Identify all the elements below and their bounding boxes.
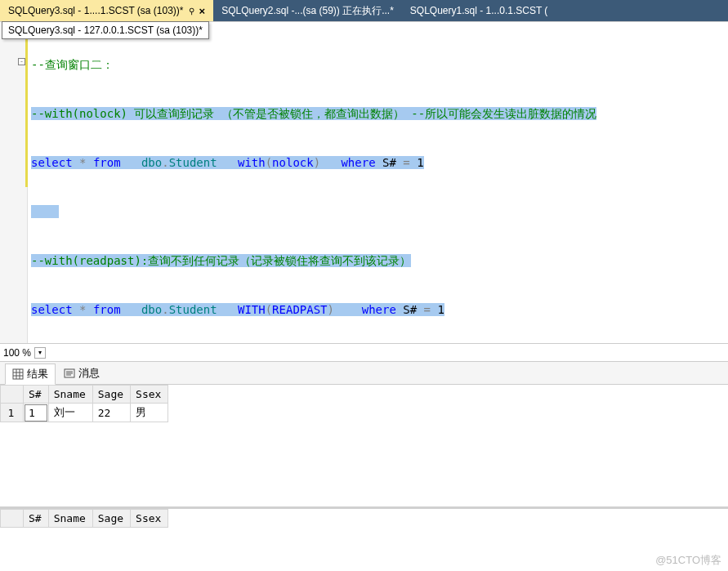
table-header-row: S# Sname Sage Ssex	[1, 386, 168, 404]
col-header[interactable]: Ssex	[131, 510, 168, 528]
outline-collapse-icon[interactable]: -	[18, 58, 25, 65]
tab-label: SQLQuery3.sql - 1....1.SCST (sa (103))*	[8, 5, 184, 16]
results-tab-results[interactable]: 结果	[5, 364, 56, 385]
document-tab-bar: SQLQuery3.sql - 1....1.SCST (sa (103))* …	[0, 0, 728, 21]
col-header[interactable]: Ssex	[131, 386, 168, 404]
cell[interactable]: 1	[24, 404, 49, 422]
svg-rect-0	[13, 369, 23, 379]
cell[interactable]: 刘一	[48, 404, 92, 422]
tab-sqlquery1[interactable]: SQLQuery1.sql - 1...0.1.SCST (	[402, 0, 556, 21]
tab-tooltip: SQLQuery3.sql - 127.0.0.1.SCST (sa (103)…	[2, 21, 209, 39]
editor-gutter: - -	[0, 22, 28, 343]
col-header[interactable]: Sage	[92, 386, 130, 404]
table-corner[interactable]	[1, 510, 24, 528]
watermark: @51CTO博客	[655, 553, 721, 568]
table-row[interactable]: 1 1 刘一 22 男	[1, 404, 168, 422]
col-header[interactable]: S#	[24, 386, 49, 404]
results-tab-messages[interactable]: 消息	[57, 364, 106, 383]
result-table[interactable]: S# Sname Sage Ssex 1 1 刘一 22 男	[0, 385, 168, 422]
code-comment: --查询窗口二：	[31, 58, 114, 71]
tab-sqlquery2[interactable]: SQLQuery2.sql -...(sa (59)) 正在执行...*	[213, 0, 402, 21]
code-comment: --with(nolock) 可以查询到记录 （不管是否被锁住，都查询出数据） …	[31, 107, 596, 120]
results-grid-2: S# Sname Sage Ssex	[0, 506, 728, 552]
code-content[interactable]: --查询窗口二： --with(nolock) 可以查询到记录 （不管是否被锁住…	[28, 22, 728, 343]
sql-editor[interactable]: - - --查询窗口二： --with(nolock) 可以查询到记录 （不管是…	[0, 21, 728, 343]
results-tab-bar: 结果 消息	[0, 361, 728, 384]
row-number[interactable]: 1	[1, 404, 24, 422]
cell[interactable]: 22	[92, 404, 130, 422]
zoom-bar: 100 % ▾	[0, 343, 728, 361]
code-comment: --with(readpast):查询不到任何记录（记录被锁住将查询不到该记录）	[31, 254, 411, 267]
table-header-row: S# Sname Sage Ssex	[1, 510, 168, 528]
result-table[interactable]: S# Sname Sage Ssex	[0, 509, 168, 528]
messages-icon	[64, 368, 75, 379]
col-header[interactable]: S#	[24, 510, 49, 528]
grid-icon	[12, 368, 24, 380]
results-tab-label: 消息	[78, 366, 100, 381]
tab-label: SQLQuery1.sql - 1...0.1.SCST (	[410, 5, 548, 16]
zoom-dropdown[interactable]: ▾	[34, 347, 46, 359]
col-header[interactable]: Sname	[48, 386, 92, 404]
col-header[interactable]: Sname	[48, 510, 92, 528]
table-corner[interactable]	[1, 386, 24, 404]
results-grid-1: S# Sname Sage Ssex 1 1 刘一 22 男	[0, 384, 728, 506]
tab-label: SQLQuery2.sql -...(sa (59)) 正在执行...*	[221, 4, 394, 18]
zoom-level: 100 %	[3, 347, 31, 359]
pin-icon[interactable]: ⚲	[189, 7, 194, 16]
results-tab-label: 结果	[27, 367, 48, 381]
close-icon[interactable]: ×	[199, 5, 206, 17]
tab-sqlquery3[interactable]: SQLQuery3.sql - 1....1.SCST (sa (103))* …	[0, 0, 213, 21]
col-header[interactable]: Sage	[92, 510, 130, 528]
cell[interactable]: 男	[131, 404, 168, 422]
